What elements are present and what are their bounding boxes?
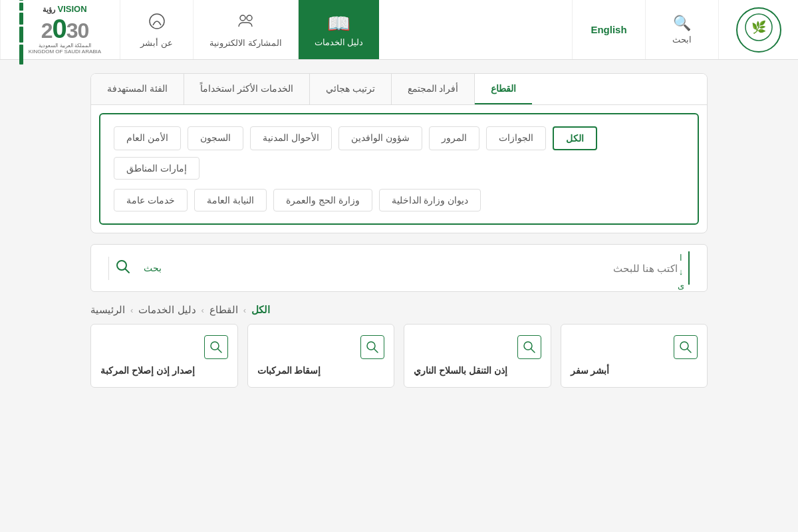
tab-target[interactable]: الفئة المستهدفة	[91, 74, 184, 104]
tab-most-used[interactable]: الخدمات الأكثر استخداماً	[184, 74, 310, 104]
subtag-hajj[interactable]: وزارة الحج والعمرة	[273, 189, 372, 211]
vision-logo: VISION رؤية 2030 المملكة العربية السعودي…	[0, 0, 120, 59]
tab-alphabetical[interactable]: ترتيب هجائي	[310, 74, 392, 104]
service-card-1[interactable]: أبشر سفر	[561, 324, 708, 388]
svg-line-6	[126, 269, 130, 273]
card-icon-2	[517, 335, 541, 359]
search-input[interactable]	[162, 263, 678, 274]
tab-sector[interactable]: القطاع	[475, 74, 532, 104]
nav-item-daleel[interactable]: 📖 دليل الخدمات	[298, 0, 380, 59]
absher-icon	[148, 12, 166, 35]
search-deco: ا ↓ ى	[678, 251, 690, 285]
daleel-label: دليل الخدمات	[315, 37, 364, 47]
sub-tags-container: الكل الجوازات المرور شؤون الوافدين الأحو…	[99, 113, 699, 225]
breadcrumb-current: الكل	[251, 304, 270, 316]
top-tabs: القطاع أفراد المجتمع ترتيب هجائي الخدمات…	[91, 74, 707, 105]
subtag-passports[interactable]: الجوازات	[486, 126, 546, 150]
svg-line-10	[531, 349, 535, 353]
svg-line-8	[688, 349, 692, 353]
svg-text:🌿: 🌿	[751, 20, 767, 35]
search-bar: ا ↓ ى بحث	[90, 244, 708, 292]
breadcrumb-home[interactable]: الرئيسية	[90, 304, 125, 316]
search-button-label[interactable]: بحث	[144, 263, 162, 273]
subtag-traffic[interactable]: المرور	[429, 126, 479, 150]
site-header: 🌿 🔍 ابحث English 📖 دليل الخدمات المش	[0, 0, 798, 60]
absher-label: عن أبشر	[140, 38, 173, 48]
musharaka-label: المشاركة الالكترونية	[209, 38, 282, 48]
subtag-all[interactable]: الكل	[553, 126, 597, 150]
breadcrumb: الكل › القطاع › دليل الخدمات › الرئيسية	[90, 304, 708, 316]
subtag-interior[interactable]: ديوان وزارة الداخلية	[379, 189, 481, 211]
search-icon: 🔍	[673, 15, 691, 32]
language-label: English	[591, 24, 626, 35]
header-search-button[interactable]: 🔍 ابحث	[645, 0, 718, 59]
logo-container: 🌿	[718, 0, 798, 59]
musharaka-icon	[236, 12, 255, 35]
subtag-security[interactable]: الأمن العام	[114, 126, 181, 150]
card-icon-1	[674, 335, 698, 359]
tab-society[interactable]: أفراد المجتمع	[392, 74, 475, 104]
nav-item-absher[interactable]: عن أبشر	[120, 0, 193, 59]
search-button[interactable]	[108, 257, 137, 280]
main-content: القطاع أفراد المجتمع ترتيب هجائي الخدمات…	[80, 73, 718, 388]
subtag-general[interactable]: خدمات عامة	[114, 189, 188, 211]
svg-line-12	[374, 349, 378, 353]
nav-item-musharaka[interactable]: المشاركة الالكترونية	[193, 0, 298, 59]
filter-section: القطاع أفراد المجتمع ترتيب هجائي الخدمات…	[90, 73, 708, 233]
breadcrumb-sector[interactable]: القطاع	[209, 304, 238, 316]
main-nav: 📖 دليل الخدمات المشاركة الالكترونية عن أ…	[120, 0, 572, 59]
subtag-prosecution[interactable]: النيابة العامة	[194, 189, 267, 211]
logo-icon: 🌿	[744, 13, 773, 47]
breadcrumb-sep3: ›	[243, 305, 246, 315]
subtag-emirates[interactable]: إمارات المناطق	[114, 157, 200, 180]
card-title-2: إذن التنقل بالسلاح الناري	[414, 364, 507, 378]
service-cards-grid: أبشر سفر إذن التنقل بالسلاح الناري إسقاط…	[90, 324, 708, 388]
subtag-prison[interactable]: السجون	[188, 126, 243, 150]
card-icon-3	[360, 335, 384, 359]
daleel-icon: 📖	[327, 13, 350, 35]
search-magnifier-icon	[116, 262, 130, 277]
breadcrumb-sep2: ›	[201, 305, 204, 315]
service-card-4[interactable]: إصدار إذن إصلاح المركبة	[90, 324, 238, 388]
vision-sub-text: المملكة العربية السعوديةKINGDOM OF SAUDI…	[29, 43, 101, 55]
card-title-3: إسقاط المركبات	[257, 364, 321, 378]
search-label: ابحث	[672, 35, 692, 45]
language-switch-button[interactable]: English	[572, 0, 645, 59]
card-title-4: إصدار إذن إصلاح المركبة	[100, 364, 195, 378]
breadcrumb-sep1: ›	[130, 305, 133, 315]
svg-line-14	[217, 349, 221, 353]
logo-emblem: 🌿	[736, 7, 781, 53]
svg-point-3	[247, 15, 252, 21]
service-card-3[interactable]: إسقاط المركبات	[247, 324, 395, 388]
breadcrumb-daleel[interactable]: دليل الخدمات	[138, 304, 196, 316]
service-card-2[interactable]: إذن التنقل بالسلاح الناري	[404, 324, 551, 388]
vision-top-text: VISION رؤية	[29, 5, 101, 14]
svg-point-2	[240, 15, 245, 21]
subtag-expats[interactable]: شؤون الوافدين	[338, 126, 422, 150]
subtag-civil[interactable]: الأحوال المدنية	[250, 126, 332, 150]
vision-number: 2030	[29, 14, 101, 43]
card-title-1: أبشر سفر	[571, 364, 610, 378]
card-icon-4	[204, 335, 228, 359]
